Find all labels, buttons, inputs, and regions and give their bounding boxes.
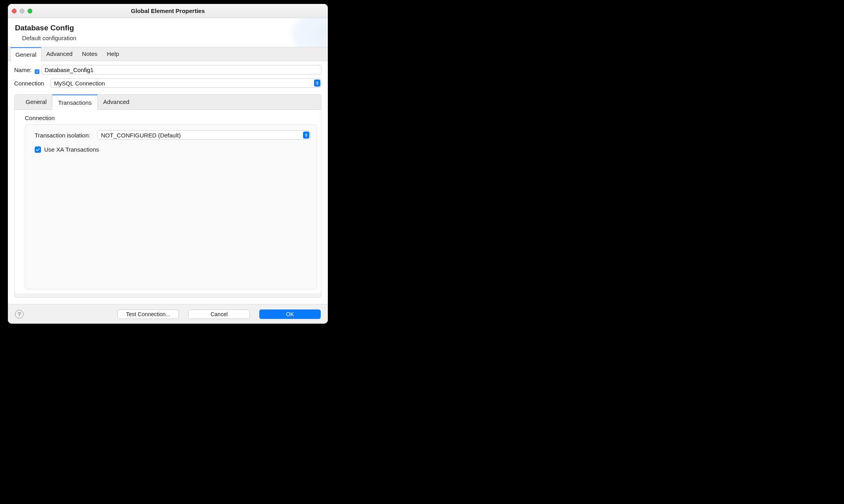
minimize-icon[interactable] [20,9,24,13]
xa-label: Use XA Transactions [44,146,99,153]
subtab-transactions[interactable]: Transactions [52,94,97,110]
page-subtitle: Default configuration [22,35,321,41]
tab-general[interactable]: General [10,47,41,61]
close-icon[interactable] [12,9,17,13]
ok-button[interactable]: OK [259,309,321,319]
transactions-pane: Connection Transaction isolation: NOT_CO… [15,110,321,293]
isolation-select[interactable]: NOT_CONFIGURED (Default) [97,130,310,140]
xa-checkbox[interactable] [35,146,41,153]
cancel-button[interactable]: Cancel [188,309,250,319]
tab-advanced[interactable]: Advanced [41,47,77,61]
connection-group: Transaction isolation: NOT_CONFIGURED (D… [25,124,317,289]
connection-value: MySQL Connection [54,80,105,87]
traffic-lights [12,9,32,13]
check-icon [36,148,40,152]
subtab-general[interactable]: General [20,94,52,109]
tab-notes[interactable]: Notes [77,47,102,61]
connection-section: General Transactions Advanced Connection… [14,94,322,298]
isolation-row: Transaction isolation: NOT_CONFIGURED (D… [35,130,310,140]
name-row: Name: i [14,65,322,74]
page-title: Database Config [15,24,321,32]
xa-row: Use XA Transactions [35,146,310,153]
titlebar: Global Element Properties [8,4,328,18]
test-connection-button[interactable]: Test Connection... [117,309,179,319]
maximize-icon[interactable] [28,9,32,13]
name-input[interactable] [42,65,322,74]
window-title: Global Element Properties [131,7,205,14]
help-icon[interactable]: ? [15,310,24,319]
connection-group-label: Connection [25,115,317,121]
header: Database Config Default configuration [8,18,328,47]
info-icon[interactable]: i [35,69,39,74]
footer: ? Test Connection... Cancel OK [8,304,328,324]
subtab-advanced[interactable]: Advanced [98,94,135,109]
isolation-label: Transaction isolation: [35,132,90,139]
main-tabs: General Advanced Notes Help [8,47,328,61]
tab-help[interactable]: Help [102,47,124,61]
connection-label: Connection [14,80,44,87]
dialog-window: Global Element Properties Database Confi… [8,4,328,324]
chevron-up-down-icon [303,132,309,139]
connection-select[interactable]: MySQL Connection [50,78,322,88]
chevron-up-down-icon [314,80,320,87]
content-area: Name: i Connection MySQL Connection Gene… [8,61,328,304]
sub-tabs: General Transactions Advanced [15,94,321,110]
connection-row: Connection MySQL Connection [14,78,322,88]
isolation-value: NOT_CONFIGURED (Default) [101,132,181,139]
name-label: Name: [14,67,32,73]
